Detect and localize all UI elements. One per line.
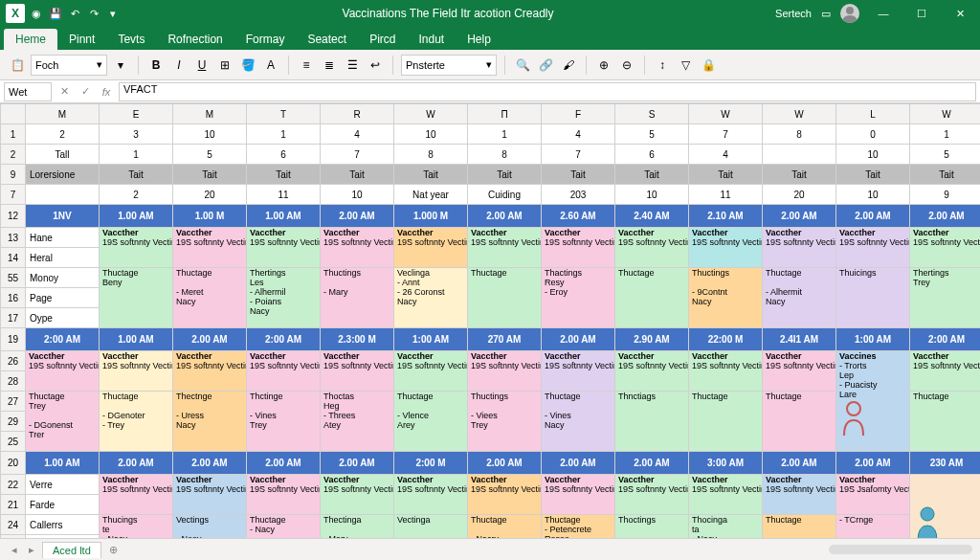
row-header[interactable]: 13 (1, 228, 26, 248)
menu-bar: Heme Pinnt Tevts Rofnection Formay Seate… (0, 27, 980, 50)
col-header[interactable]: M (173, 104, 247, 124)
minimize-button[interactable]: — (869, 8, 898, 19)
link-icon[interactable]: 🔗 (536, 55, 555, 76)
col-header[interactable]: W (689, 104, 763, 124)
spreadsheet-grid[interactable]: MEMTRWПFSWWLW 1231014101457801 2Tall1567… (0, 103, 980, 538)
tab-texts[interactable]: Tevts (106, 29, 156, 50)
lock-icon[interactable]: 🔒 (699, 55, 718, 76)
italic-button[interactable]: I (169, 55, 189, 76)
add-sheet-icon[interactable]: ⊕ (105, 544, 122, 556)
row-header[interactable]: 12 (1, 205, 26, 228)
window-title: Vaccinations The Field Itr acotion Cread… (121, 7, 775, 20)
row-header[interactable]: 29 (1, 412, 26, 432)
col-header[interactable]: F (542, 104, 615, 124)
tab-home[interactable]: Heme (4, 29, 57, 50)
user-avatar[interactable] (840, 4, 859, 23)
row-header[interactable]: 27 (1, 392, 26, 412)
row-header[interactable]: 24 (1, 515, 26, 535)
sheet-tab-bar: ◂ ▸ Aced ltd ⊕ (0, 538, 980, 560)
tab-refnection[interactable]: Rofnection (156, 29, 234, 50)
undo-icon[interactable]: ↶ (67, 6, 82, 21)
font-color-icon[interactable]: A (261, 55, 280, 76)
person-icon (839, 399, 868, 437)
col-header[interactable]: L (836, 104, 910, 124)
person-cell (910, 475, 981, 539)
row-header[interactable]: 25 (1, 535, 26, 538)
enter-formula-icon[interactable]: ✓ (77, 83, 94, 101)
find-icon[interactable]: 🔍 (513, 55, 532, 76)
paste-icon[interactable]: 📋 (8, 55, 27, 76)
formula-input[interactable]: VFACT (119, 82, 976, 101)
row-header[interactable]: 1 (1, 124, 26, 145)
filter-icon[interactable]: ▽ (676, 55, 695, 76)
sheet-tab[interactable]: Aced ltd (42, 542, 101, 558)
tab-print[interactable]: Pinnt (57, 29, 106, 50)
bold-button[interactable]: B (146, 55, 166, 76)
tab-help[interactable]: Help (456, 29, 502, 50)
row-header[interactable]: 28 (1, 371, 26, 392)
name-box[interactable]: Wet (4, 82, 52, 101)
col-header[interactable]: W (394, 104, 468, 124)
col-header[interactable]: П (468, 104, 542, 124)
fx-icon[interactable]: fx (98, 83, 115, 101)
svg-point-2 (921, 507, 934, 521)
row-header[interactable]: 20 (1, 452, 26, 475)
svg-point-0 (846, 7, 854, 14)
delete-icon[interactable]: ⊖ (617, 55, 636, 76)
row-header[interactable]: 16 (1, 288, 26, 308)
formula-bar: Wet ✕ ✓ fx VFACT (0, 80, 980, 103)
row-header[interactable]: 7 (1, 185, 26, 205)
ribbon-display-icon[interactable]: ▭ (821, 8, 831, 20)
title-bar: X ◉ 💾 ↶ ↷ ▾ Vaccinations The Field Itr a… (0, 0, 980, 27)
row-header[interactable]: 25 (1, 432, 26, 452)
wrap-text-icon[interactable]: ↩ (366, 55, 385, 76)
align-right-icon[interactable]: ☰ (343, 55, 362, 76)
row-header[interactable]: 55 (1, 268, 26, 288)
font-combo[interactable]: Foch▾ (31, 55, 107, 76)
qat-more-icon[interactable]: ▾ (105, 6, 121, 21)
number-format-combo[interactable]: Pnsterte▾ (401, 55, 497, 76)
sort-icon[interactable]: ↕ (653, 55, 672, 76)
sheet-nav-next[interactable]: ▸ (25, 544, 38, 556)
col-header[interactable]: S (615, 104, 689, 124)
row-header[interactable]: 17 (1, 308, 26, 328)
col-header[interactable]: T (247, 104, 321, 124)
row-header[interactable]: 22 (1, 475, 26, 495)
save-icon[interactable]: 💾 (48, 6, 63, 21)
horizontal-scrollbar[interactable] (829, 545, 972, 554)
col-header[interactable]: E (100, 104, 173, 124)
tab-input[interactable]: Indut (407, 29, 456, 50)
svg-point-1 (847, 402, 860, 415)
row-header[interactable]: 9 (1, 165, 26, 185)
format-painter-icon[interactable]: 🖌 (559, 55, 578, 76)
insert-icon[interactable]: ⊕ (594, 55, 613, 76)
redo-icon[interactable]: ↷ (86, 6, 101, 21)
select-all-cell[interactable] (1, 104, 26, 124)
col-header[interactable]: M (26, 104, 100, 124)
tab-format[interactable]: Formay (234, 29, 297, 50)
ribbon-toolbar: 📋 Foch▾ ▾ B I U ⊞ 🪣 A ≡ ≣ ☰ ↩ Pnsterte▾ … (0, 50, 980, 80)
col-header[interactable]: W (763, 104, 836, 124)
row-header[interactable]: 2 (1, 145, 26, 165)
maximize-button[interactable]: ☐ (907, 8, 936, 20)
row-header[interactable]: 14 (1, 248, 26, 268)
font-size-down[interactable]: ▾ (111, 55, 130, 76)
col-header[interactable]: W (910, 104, 981, 124)
border-icon[interactable]: ⊞ (215, 55, 234, 76)
tab-select[interactable]: Seatect (296, 29, 358, 50)
col-header[interactable]: R (321, 104, 394, 124)
row-header[interactable]: 26 (1, 351, 26, 371)
align-left-icon[interactable]: ≡ (297, 55, 316, 76)
close-button[interactable]: ✕ (946, 8, 974, 20)
fill-color-icon[interactable]: 🪣 (238, 55, 257, 76)
sheet-nav-prev[interactable]: ◂ (8, 544, 21, 556)
search-label[interactable]: Sertech (775, 8, 812, 19)
underline-button[interactable]: U (192, 55, 212, 76)
excel-icon: X (6, 4, 25, 23)
tab-pired[interactable]: Pircd (358, 29, 407, 50)
cancel-formula-icon[interactable]: ✕ (56, 83, 73, 101)
row-header[interactable]: 19 (1, 328, 26, 351)
align-center-icon[interactable]: ≣ (320, 55, 339, 76)
row-header[interactable]: 21 (1, 495, 26, 515)
autosave-icon[interactable]: ◉ (29, 6, 44, 21)
